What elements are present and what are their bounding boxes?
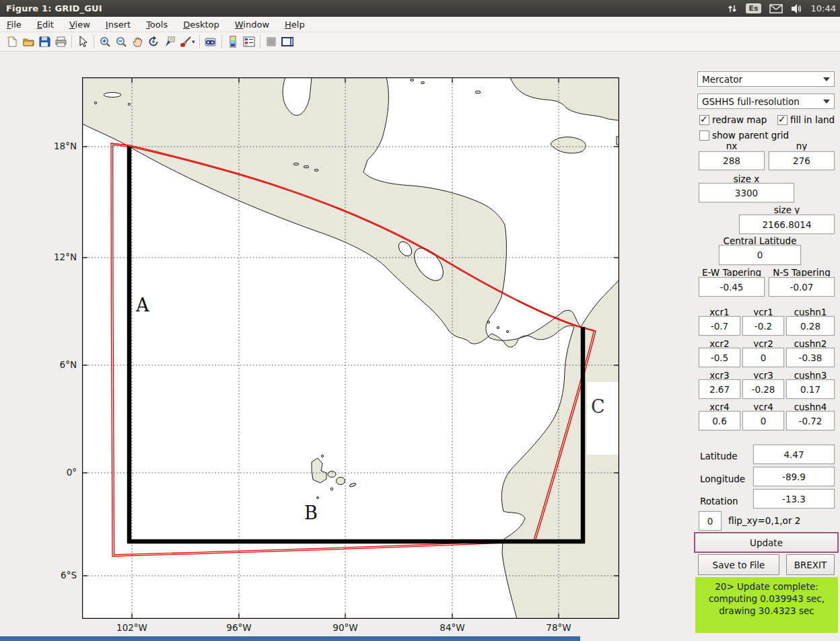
background-window-edge (0, 636, 580, 641)
xcr4-field[interactable]: 0.6 (699, 411, 740, 430)
central-latitude-field[interactable]: 0 (719, 245, 801, 265)
x-tick-label: 78°W (532, 622, 586, 633)
print-icon[interactable] (53, 34, 69, 49)
pearl-islet-1 (487, 321, 489, 323)
y-tick-label: 6°S (40, 570, 77, 580)
flip-xy-field[interactable]: 0 (699, 511, 722, 531)
map-svg: A B C (82, 77, 619, 619)
new-figure-icon[interactable] (4, 34, 20, 49)
link-plot-icon[interactable] (203, 34, 219, 49)
latitude-label: Latitude (700, 451, 738, 461)
ycr3-field[interactable]: -0.28 (742, 379, 784, 399)
insert-legend-icon[interactable] (241, 34, 257, 49)
y-tick-label: 6°N (40, 359, 77, 370)
rotate-3d-icon[interactable] (145, 34, 162, 49)
rotation-field[interactable]: -13.3 (753, 489, 835, 508)
fill-in-land-checkbox[interactable]: fill in land (777, 114, 835, 125)
status-line-1: 20> Update complete: (695, 580, 838, 593)
cushn4-field[interactable]: -0.72 (786, 411, 835, 430)
redraw-map-checkbox[interactable]: redraw map (699, 114, 767, 125)
cushn3-field[interactable]: 0.17 (786, 379, 835, 399)
ny-field[interactable]: 276 (769, 151, 835, 170)
brexit-button[interactable]: BREXIT (786, 554, 835, 575)
keyboard-layout-indicator[interactable]: Es (746, 3, 761, 13)
xcr1-field[interactable]: -0.7 (699, 316, 740, 336)
label-c-background (587, 382, 619, 455)
y-tick-label: 12°N (40, 252, 77, 262)
xcr3-field[interactable]: 2.67 (699, 379, 740, 399)
menu-insert[interactable]: Insert (106, 20, 131, 30)
latitude-field[interactable]: 4.47 (753, 445, 835, 464)
network-arrows-icon[interactable] (727, 3, 738, 14)
longitude-label: Longitude (700, 474, 745, 484)
pan-icon[interactable] (129, 34, 145, 49)
title-bar[interactable]: Figure 1: GRID_GUI Es 10:44 (0, 0, 840, 17)
window-title: Figure 1: GRID_GUI (0, 3, 102, 13)
map-label-a: A (135, 295, 149, 315)
bay-island-2 (304, 165, 309, 167)
projection-dropdown[interactable]: Mercator (697, 71, 835, 87)
map-axes[interactable]: A B C (82, 77, 619, 619)
x-tick-label: 90°W (318, 622, 372, 633)
ew-tapering-field[interactable]: -0.45 (699, 277, 765, 297)
size-x-field[interactable]: 3300 (699, 183, 794, 202)
menu-bar: File Edit View Insert Tools Desktop Wind… (0, 17, 840, 32)
ycr2-field[interactable]: 0 (742, 348, 784, 367)
toolbar: ▾ (0, 32, 840, 52)
menu-help[interactable]: Help (285, 20, 305, 30)
map-label-c: C (591, 396, 605, 417)
ycr1-field[interactable]: -0.2 (742, 316, 784, 336)
coastline-value: GSHHS full-resolution (702, 96, 800, 107)
menu-view[interactable]: View (69, 20, 90, 30)
mail-icon[interactable] (769, 4, 783, 13)
redraw-map-label: redraw map (712, 114, 767, 125)
menu-file[interactable]: File (7, 20, 22, 30)
rotation-label: Rotation (700, 496, 738, 506)
y-tick-label: 0° (40, 467, 77, 478)
menu-desktop[interactable]: Desktop (183, 20, 219, 30)
toolbar-separator (71, 35, 72, 48)
cay-3 (475, 91, 481, 93)
show-parent-grid-label: show parent grid (712, 130, 789, 141)
show-plot-tools-icon[interactable] (279, 34, 295, 49)
ycr4-field[interactable]: 0 (742, 411, 784, 430)
checkbox-icon[interactable] (699, 130, 709, 141)
zoom-in-icon[interactable] (97, 34, 113, 49)
baja-island (104, 93, 121, 98)
data-cursor-icon[interactable] (162, 34, 178, 49)
coast-islet-2 (128, 103, 130, 105)
hide-plot-tools-icon[interactable] (263, 34, 279, 49)
xcr2-field[interactable]: -0.5 (699, 348, 740, 367)
open-file-icon[interactable] (20, 34, 36, 49)
insert-colorbar-icon[interactable] (225, 34, 241, 49)
toolbar-separator (221, 35, 222, 48)
volume-icon[interactable] (791, 3, 803, 14)
pointer-icon[interactable] (75, 34, 91, 49)
menu-tools[interactable]: Tools (146, 20, 168, 30)
status-line-2: computing 0.039943 sec, (695, 593, 838, 605)
size-y-field[interactable]: 2166.8014 (739, 215, 835, 234)
nx-field[interactable]: 288 (699, 151, 765, 170)
brush-dropdown-caret[interactable]: ▾ (192, 38, 195, 45)
nx-label: nx (699, 141, 765, 151)
coastline-dropdown[interactable]: GSHHS full-resolution (697, 93, 835, 109)
bay-island-3 (314, 169, 318, 172)
checkbox-icon[interactable] (699, 115, 709, 125)
menu-edit[interactable]: Edit (37, 20, 54, 30)
cushn1-field[interactable]: 0.28 (786, 316, 835, 336)
menu-window[interactable]: Window (235, 20, 269, 30)
show-parent-grid-checkbox[interactable]: show parent grid (699, 130, 789, 141)
update-button[interactable]: Update (694, 532, 839, 553)
system-tray: Es 10:44 (727, 0, 836, 17)
checkbox-icon[interactable] (777, 115, 788, 125)
y-tick-label: 18°N (40, 141, 77, 151)
ns-tapering-field[interactable]: -0.07 (769, 277, 835, 297)
save-icon[interactable] (36, 34, 53, 49)
save-to-file-button[interactable]: Save to File (698, 554, 779, 575)
pearl-islet-3 (506, 330, 508, 332)
ny-label: ny (769, 141, 835, 151)
zoom-out-icon[interactable] (113, 34, 129, 49)
cushn2-field[interactable]: -0.38 (786, 348, 835, 367)
longitude-field[interactable]: -89.9 (753, 467, 835, 486)
coast-islet-1 (94, 102, 96, 104)
